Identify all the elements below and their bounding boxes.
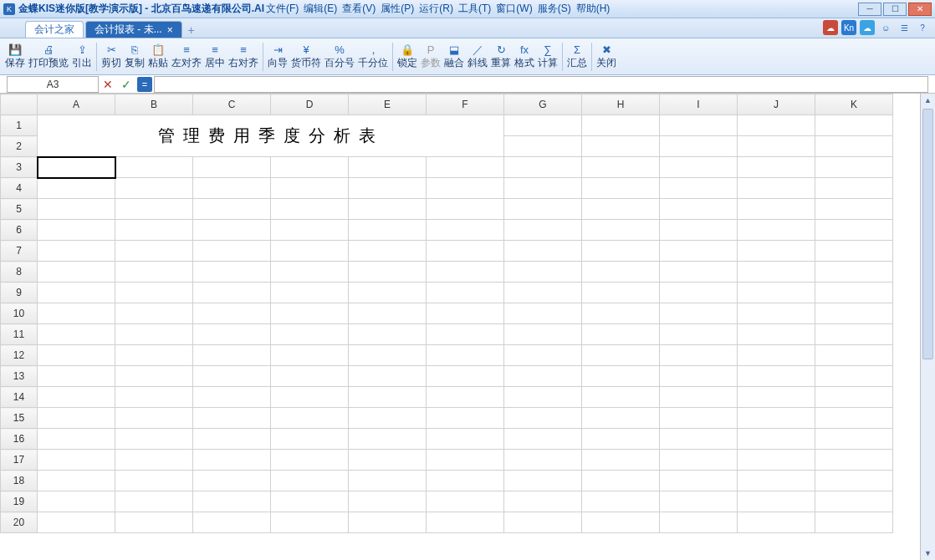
cell[interactable] [427, 157, 504, 178]
cell[interactable] [349, 345, 427, 366]
cell[interactable] [504, 366, 582, 387]
cell[interactable] [660, 450, 738, 471]
cell[interactable] [427, 471, 504, 491]
cell[interactable] [349, 491, 427, 512]
cell[interactable] [349, 262, 427, 283]
cell[interactable] [271, 178, 349, 199]
column-header[interactable]: K [815, 94, 893, 115]
cell[interactable] [349, 366, 427, 387]
cell[interactable] [38, 157, 115, 178]
cell[interactable] [738, 450, 815, 471]
cell[interactable] [660, 512, 738, 533]
cell[interactable] [115, 345, 193, 366]
cell[interactable] [582, 199, 660, 220]
cell[interactable] [115, 199, 193, 220]
tray-kn-icon[interactable]: Kn [841, 20, 856, 35]
row-header[interactable]: 1 [1, 115, 38, 136]
params-button[interactable]: P参数 [419, 43, 442, 71]
spreadsheet-grid[interactable]: ABCDEFGHIJK1管理费用季度分析表2345678910111213141… [0, 94, 893, 533]
cell[interactable] [738, 387, 815, 408]
cell[interactable] [504, 157, 582, 178]
cell[interactable] [193, 303, 271, 324]
save-button[interactable]: 💾保存 [3, 43, 27, 71]
cell[interactable] [193, 283, 271, 303]
cell[interactable] [271, 387, 349, 408]
cell[interactable] [660, 471, 738, 491]
cell[interactable] [427, 345, 504, 366]
slash-button[interactable]: ／斜线 [466, 43, 489, 71]
cell[interactable] [660, 387, 738, 408]
cell[interactable] [115, 262, 193, 283]
row-header[interactable]: 10 [1, 303, 38, 324]
cell[interactable] [660, 241, 738, 262]
cell[interactable] [193, 512, 271, 533]
cell[interactable] [349, 429, 427, 450]
cell[interactable] [504, 491, 582, 512]
cell[interactable] [815, 345, 893, 366]
formula-input[interactable] [154, 76, 928, 93]
cell[interactable] [271, 241, 349, 262]
cell[interactable] [660, 345, 738, 366]
row-header[interactable]: 3 [1, 157, 38, 178]
cell[interactable] [738, 491, 815, 512]
cell[interactable] [582, 220, 660, 241]
cell[interactable] [660, 429, 738, 450]
cell[interactable] [38, 471, 115, 491]
cell[interactable] [115, 408, 193, 429]
cell[interactable] [38, 283, 115, 303]
row-header[interactable]: 7 [1, 241, 38, 262]
vertical-scrollbar[interactable]: ▲ ▼ [920, 94, 935, 560]
cell[interactable] [427, 512, 504, 533]
cell[interactable] [271, 366, 349, 387]
cell[interactable] [193, 366, 271, 387]
wizard-button[interactable]: ⇥向导 [266, 43, 289, 71]
row-header[interactable]: 16 [1, 429, 38, 450]
cell[interactable] [427, 491, 504, 512]
tab-report[interactable]: 会计报表 - 未...× [85, 21, 182, 38]
tray-help-icon[interactable]: ? [915, 20, 930, 35]
align-left-button[interactable]: ≡左对齐 [170, 43, 203, 71]
cell[interactable] [582, 283, 660, 303]
cell[interactable] [38, 262, 115, 283]
close-report-button[interactable]: ✖关闭 [595, 43, 618, 71]
thousands-button[interactable]: ，千分位 [356, 43, 390, 71]
cell[interactable] [193, 345, 271, 366]
cell[interactable] [582, 471, 660, 491]
cell[interactable] [349, 283, 427, 303]
cell[interactable] [738, 178, 815, 199]
cell[interactable] [427, 220, 504, 241]
cell[interactable] [193, 220, 271, 241]
menu-view[interactable]: 查看(V) [342, 2, 376, 16]
column-header[interactable]: D [271, 94, 349, 115]
cell[interactable] [193, 491, 271, 512]
formula-cancel-button[interactable]: ✕ [99, 76, 117, 93]
cell[interactable] [815, 157, 893, 178]
cell[interactable] [427, 387, 504, 408]
cell[interactable] [504, 220, 582, 241]
cell[interactable] [349, 324, 427, 345]
percent-button[interactable]: %百分号 [323, 43, 356, 71]
cell[interactable] [38, 345, 115, 366]
cell[interactable] [815, 324, 893, 345]
cell[interactable] [815, 450, 893, 471]
cell[interactable] [815, 220, 893, 241]
row-header[interactable]: 13 [1, 366, 38, 387]
cell[interactable] [504, 408, 582, 429]
cell[interactable] [349, 387, 427, 408]
cell[interactable] [193, 324, 271, 345]
cut-button[interactable]: ✂剪切 [100, 43, 123, 71]
scroll-thumb[interactable] [922, 109, 933, 359]
cell[interactable] [38, 408, 115, 429]
column-header[interactable]: B [115, 94, 193, 115]
cell[interactable] [660, 324, 738, 345]
cell[interactable] [349, 241, 427, 262]
cell[interactable] [193, 471, 271, 491]
cell[interactable] [738, 408, 815, 429]
row-header[interactable]: 18 [1, 471, 38, 491]
cell[interactable] [115, 387, 193, 408]
cell[interactable] [504, 512, 582, 533]
row-header[interactable]: 15 [1, 408, 38, 429]
cell[interactable] [815, 199, 893, 220]
menu-window[interactable]: 窗口(W) [496, 2, 532, 16]
cell[interactable] [115, 450, 193, 471]
